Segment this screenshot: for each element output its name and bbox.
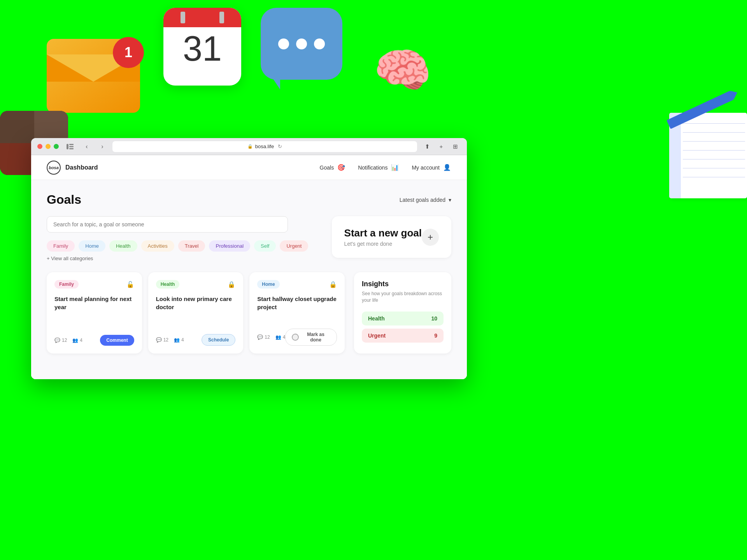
close-button[interactable] <box>37 144 42 149</box>
goal-footer-health: 💬 12 👥 4 Schedule <box>156 334 236 346</box>
address-bar[interactable]: 🔒 bosa.life ↻ <box>112 141 417 152</box>
account-icon: 👤 <box>443 163 451 172</box>
notepad-icon <box>669 113 747 198</box>
category-pill-travel[interactable]: Travel <box>178 240 205 252</box>
browser-chrome: ‹ › 🔒 bosa.life ↻ ⬆ + ⊞ <box>31 138 467 155</box>
svg-rect-1 <box>69 144 74 145</box>
logo-wrap: bosa Dashboard <box>47 161 98 175</box>
goal-card-health: Health 🔒 Look into new primary care doct… <box>148 272 244 354</box>
view-all-categories[interactable]: + View all categories <box>47 256 93 261</box>
comment-icon: 💬 <box>54 338 60 343</box>
category-pill-professional[interactable]: Professional <box>209 240 250 252</box>
goals-nav-item[interactable]: Goals 🎯 <box>320 163 346 172</box>
calendar-icon: 31 <box>163 8 241 86</box>
forward-button[interactable]: › <box>97 141 108 152</box>
email-badge: 1 <box>113 37 144 68</box>
goal-title-home: Start hallway closet upgrade project <box>257 295 337 311</box>
goal-card-home: Home 🔒 Start hallway closet upgrade proj… <box>249 272 345 354</box>
comment-number-health: 12 <box>163 337 168 343</box>
my-account-nav-item[interactable]: My account 👤 <box>412 163 451 172</box>
lock-icon: 🔓 <box>126 281 134 288</box>
done-circle-icon <box>292 334 299 341</box>
notifications-nav-item[interactable]: Notifications 📊 <box>358 163 399 172</box>
svg-rect-0 <box>67 144 68 149</box>
goal-title-health: Look into new primary care doctor <box>156 295 236 311</box>
lock-icon-home: 🔒 <box>329 281 337 288</box>
goal-meta-home: 💬 12 👥 4 <box>257 334 285 340</box>
page-title: Goals <box>47 192 81 207</box>
people-number-home: 4 <box>283 334 286 340</box>
brain-icon: 🧠 <box>374 47 444 109</box>
new-goal-subtitle: Let's get more done <box>344 241 422 247</box>
chat-icon <box>261 8 342 80</box>
search-input[interactable] <box>47 216 288 233</box>
header-nav: Goals 🎯 Notifications 📊 My account 👤 <box>320 163 451 172</box>
back-button[interactable]: ‹ <box>81 141 92 152</box>
comment-icon-health: 💬 <box>156 337 162 343</box>
main-content: Family 🔓 Start meal planning for next ye… <box>47 272 451 354</box>
category-pill-family[interactable]: Family <box>47 240 75 252</box>
category-pill-urgent[interactable]: Urgent <box>280 240 308 252</box>
notifications-nav-label: Notifications <box>358 164 388 171</box>
comment-number-home: 12 <box>265 334 270 340</box>
svg-rect-2 <box>69 146 74 147</box>
people-number-health: 4 <box>181 337 184 343</box>
insight-health-label: Health <box>368 315 385 322</box>
insight-urgent-value: 9 <box>434 332 437 339</box>
insight-health-value: 10 <box>431 315 437 322</box>
category-pill-home[interactable]: Home <box>79 240 105 252</box>
goal-tag-home: Home <box>257 280 279 289</box>
category-pill-self[interactable]: Self <box>254 240 276 252</box>
new-tab-button[interactable]: + <box>436 141 447 152</box>
people-icon-health: 👥 <box>174 337 180 343</box>
insights-subtitle: See how your goals breakdown across your… <box>362 290 444 304</box>
category-pills: Family Home Health Activities Travel Pro… <box>47 240 323 261</box>
comment-icon-home: 💬 <box>257 334 263 340</box>
goals-icon: 🎯 <box>337 163 345 172</box>
minimize-button[interactable] <box>46 144 51 149</box>
sort-control[interactable]: Latest goals added ▾ <box>400 197 451 203</box>
grid-view-button[interactable]: ⊞ <box>450 141 461 152</box>
people-count: 👥 4 <box>72 338 82 343</box>
goal-card-header-health: Health 🔒 <box>156 280 236 289</box>
refresh-icon: ↻ <box>278 144 282 149</box>
fullscreen-button[interactable] <box>54 144 59 149</box>
insight-urgent-label: Urgent <box>368 332 386 339</box>
people-number: 4 <box>80 338 82 343</box>
browser-window: ‹ › 🔒 bosa.life ↻ ⬆ + ⊞ bosa Dashboard G… <box>31 138 467 379</box>
people-count-health: 👥 4 <box>174 337 184 343</box>
goals-nav-label: Goals <box>320 164 334 171</box>
comment-count: 💬 12 <box>54 338 67 343</box>
category-pill-health[interactable]: Health <box>109 240 137 252</box>
category-pill-activities[interactable]: Activities <box>141 240 174 252</box>
app-title: Dashboard <box>65 164 98 171</box>
goal-footer-home: 💬 12 👥 4 Mark as done <box>257 329 337 346</box>
traffic-lights <box>37 144 59 149</box>
schedule-button[interactable]: Schedule <box>202 334 235 346</box>
share-button[interactable]: ⬆ <box>422 141 433 152</box>
sidebar-toggle[interactable] <box>63 141 77 152</box>
svg-rect-3 <box>69 148 74 149</box>
goal-card-header-home: Home 🔒 <box>257 280 337 289</box>
app-container: bosa Dashboard Goals 🎯 Notifications 📊 M… <box>31 155 467 379</box>
comment-button[interactable]: Comment <box>100 335 134 346</box>
goal-tag-family: Family <box>54 280 79 289</box>
people-icon: 👥 <box>72 338 78 343</box>
chevron-down-icon: ▾ <box>449 197 451 203</box>
goal-footer-family: 💬 12 👥 4 Comment <box>54 335 134 346</box>
new-goal-plus-button[interactable]: + <box>422 229 439 246</box>
app-body: Goals Latest goals added ▾ Family Home H… <box>31 180 467 379</box>
goals-grid: Family 🔓 Start meal planning for next ye… <box>47 272 345 354</box>
insight-bar-urgent: Urgent 9 <box>362 329 444 343</box>
people-icon-home: 👥 <box>275 334 281 340</box>
new-goal-title: Start a new goal <box>344 227 422 239</box>
comment-count-home: 💬 12 <box>257 334 270 340</box>
new-goal-text: Start a new goal Let's get more done <box>344 227 422 247</box>
comment-number: 12 <box>62 338 67 343</box>
goal-meta-health: 💬 12 👥 4 <box>156 337 184 343</box>
comment-count-health: 💬 12 <box>156 337 168 343</box>
my-account-nav-label: My account <box>412 164 440 171</box>
lock-icon-health: 🔒 <box>228 281 235 288</box>
logo-text: bosa <box>49 165 59 170</box>
mark-as-done-button[interactable]: Mark as done <box>285 329 337 346</box>
